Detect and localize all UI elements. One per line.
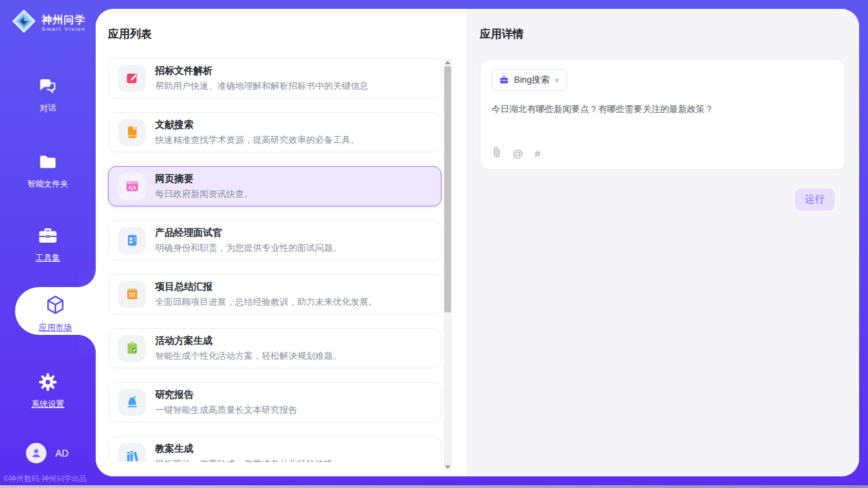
brand-subtitle: Smart Vision	[42, 26, 85, 32]
app-list: 招标文件解析 帮助用户快速、准确地理解和解析招标书中的关键信息 文献搜索 快速精…	[96, 58, 466, 462]
window-bottom-edge	[0, 485, 868, 488]
webpage-code-icon	[125, 179, 139, 193]
hash-icon[interactable]: #	[534, 148, 540, 159]
sidebar-item-smart-folder[interactable]: 智能文件夹	[0, 152, 96, 190]
copyright-text: ©神州数码·神州问学出品	[3, 474, 92, 484]
run-row: 运行	[480, 189, 845, 211]
scroll-up-button[interactable]	[444, 58, 452, 66]
app-detail-panel: 应用详情 Bing搜索 × 今日湖北有哪些新闻要点？有哪些需要关注的最新政策？	[466, 9, 859, 476]
sidebar-item-toolset[interactable]: 工具集	[0, 226, 96, 264]
toolbox-icon	[37, 236, 59, 248]
app-item-bid-parsing[interactable]: 招标文件解析 帮助用户快速、准确地理解和解析招标书中的关键信息	[108, 58, 442, 98]
clipboard-check-icon	[125, 341, 139, 355]
scroll-down-button[interactable]	[444, 463, 452, 471]
app-item-name: 研究报告	[155, 389, 297, 401]
app-item-lesson-plan[interactable]: 教案生成 模板驱动，教案秒成，教学准备从此轻松快捷	[108, 436, 442, 462]
briefcase-icon	[499, 75, 509, 85]
sidebar-item-label: 应用市场	[15, 322, 96, 334]
brand-diamond-icon	[11, 8, 37, 37]
folder-icon	[38, 163, 58, 174]
app-item-name: 招标文件解析	[155, 65, 368, 77]
app-item-desc: 帮助用户快速、准确地理解和解析招标书中的关键信息	[155, 80, 368, 92]
app-item-desc: 全面回顾项目进展，总结经验教训，助力未来优化发展。	[155, 296, 377, 308]
sidebar-item-settings[interactable]: 系统设置	[0, 372, 96, 410]
scrollbar-thumb[interactable]	[444, 66, 451, 312]
chip-close-icon[interactable]: ×	[554, 76, 560, 85]
app-item-name: 活动方案生成	[155, 335, 342, 347]
app-item-desc: 明确身份和职责，为您提供专业性的面试问题。	[155, 242, 342, 254]
app-list-scrollbar[interactable]	[444, 58, 452, 471]
sidebar-item-chat[interactable]: 对话	[0, 76, 96, 114]
app-item-event-plan[interactable]: 活动方案生成 智能生成个性化活动方案，轻松解决规划难题。	[108, 328, 442, 368]
avatar	[26, 443, 46, 463]
research-ink-icon	[125, 395, 139, 409]
app-item-desc: 一键智能生成高质量长文本研究报告	[155, 404, 297, 416]
sidebar: 神州问学 Smart Vision 对话 智能文件夹	[0, 0, 96, 488]
attachment-icon[interactable]	[492, 146, 501, 161]
prompt-toolbar: @ #	[492, 146, 541, 161]
app-list-title: 应用列表	[108, 27, 152, 42]
sidebar-item-label: 对话	[0, 103, 96, 114]
app-item-research-report[interactable]: 研究报告 一键智能生成高质量长文本研究报告	[108, 382, 442, 422]
triangle-down-icon	[445, 465, 450, 469]
edit-doc-icon	[125, 71, 139, 85]
run-button[interactable]: 运行	[795, 189, 835, 211]
app-item-desc: 智能生成个性化活动方案，轻松解决规划难题。	[155, 350, 342, 362]
app-item-name: 文献搜索	[155, 119, 360, 131]
app-item-name: 网页摘要	[155, 173, 253, 185]
app-item-web-summary[interactable]: 网页摘要 每日政府新闻资讯快查。	[108, 166, 442, 206]
app-item-pm-interviewer[interactable]: 产品经理面试官 明确身份和职责，为您提供专业性的面试问题。	[108, 220, 442, 260]
tool-chip-bing-search[interactable]: Bing搜索 ×	[491, 69, 567, 91]
sidebar-item-label: 智能文件夹	[0, 178, 96, 190]
app-item-name: 产品经理面试官	[155, 227, 342, 239]
mention-icon[interactable]: @	[513, 148, 523, 159]
app-item-desc: 模板驱动，教案秒成，教学准备从此轻松快捷	[155, 458, 333, 463]
book-icon	[125, 125, 139, 139]
app-detail-title: 应用详情	[480, 27, 845, 42]
books-icon	[125, 449, 139, 462]
app-item-name: 项目总结汇报	[155, 281, 377, 293]
brand-name: 神州问学	[42, 14, 85, 25]
main-panel: 应用列表 招标文件解析 帮助用户快速、准确地理解和解析招标书中的关键信息	[96, 9, 859, 476]
brand-logo: 神州问学 Smart Vision	[11, 8, 85, 37]
sidebar-item-app-market[interactable]: 应用市场	[15, 287, 96, 335]
prompt-card[interactable]: Bing搜索 × 今日湖北有哪些新闻要点？有哪些需要关注的最新政策？ @ #	[480, 59, 845, 170]
interviewer-icon	[125, 233, 139, 247]
summary-note-icon	[125, 287, 139, 301]
app-item-name: 教案生成	[155, 443, 333, 455]
sidebar-item-label: 工具集	[0, 252, 96, 264]
chat-icon	[38, 87, 58, 98]
app-item-desc: 快速精准查找学术资源，提高研究效率的必备工具。	[155, 134, 360, 146]
user-name: AD	[55, 448, 68, 459]
prompt-input-text[interactable]: 今日湖北有哪些新闻要点？有哪些需要关注的最新政策？	[491, 103, 834, 116]
cube-icon	[44, 306, 66, 318]
sidebar-item-label: 系统设置	[0, 398, 96, 410]
app-item-desc: 每日政府新闻资讯快查。	[155, 188, 253, 200]
user-account[interactable]: AD	[26, 443, 68, 463]
tool-chip-label: Bing搜索	[514, 74, 550, 86]
app-list-panel: 应用列表 招标文件解析 帮助用户快速、准确地理解和解析招标书中的关键信息	[96, 9, 466, 476]
triangle-up-icon	[445, 61, 450, 64]
gear-icon	[38, 383, 58, 394]
person-icon	[30, 447, 42, 459]
app-item-project-summary[interactable]: 项目总结汇报 全面回顾项目进展，总结经验教训，助力未来优化发展。	[108, 274, 442, 314]
app-item-literature-search[interactable]: 文献搜索 快速精准查找学术资源，提高研究效率的必备工具。	[108, 112, 442, 152]
